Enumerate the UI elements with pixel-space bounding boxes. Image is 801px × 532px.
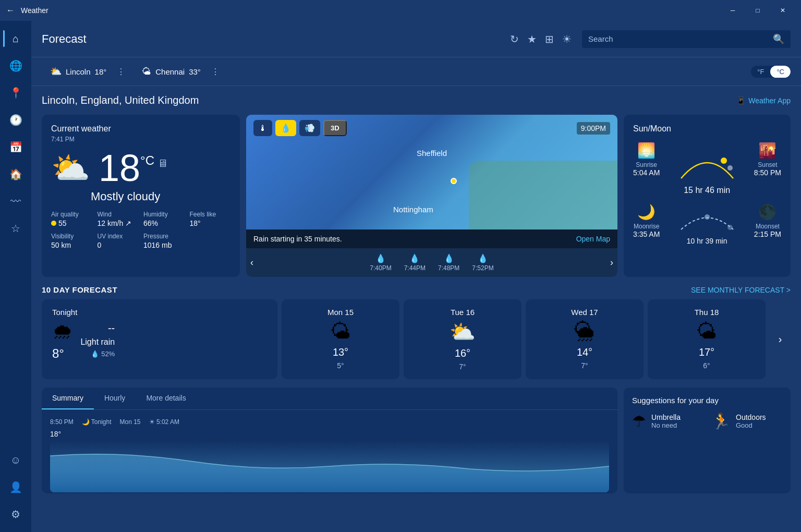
- sun-moon-card: Sun/Moon 🌅 Sunrise 5:04 AM: [624, 115, 791, 277]
- pressure-label: Pressure: [143, 233, 185, 240]
- refresh-icon[interactable]: ↻: [510, 33, 519, 45]
- close-button[interactable]: ✕: [771, 0, 795, 21]
- sunset-label: Sunset: [754, 161, 781, 168]
- chart-time-2: Mon 15: [120, 418, 141, 426]
- window-controls: ─ □ ✕: [721, 0, 795, 21]
- moon-arc-container: 10 hr 39 min: [676, 203, 738, 245]
- forecast-next-button[interactable]: ›: [770, 299, 791, 379]
- timeline-item-2: 💧 7:44PM: [404, 253, 426, 272]
- fahrenheit-button[interactable]: °F: [751, 66, 770, 78]
- weather-app-link[interactable]: 📱 Weather App: [736, 96, 791, 105]
- wind-label: Wind: [98, 211, 139, 218]
- tab-hourly[interactable]: Hourly: [94, 388, 136, 409]
- summary-card: Summary Hourly More details 8:50 PM 🌙 To…: [42, 388, 617, 493]
- bottom-grid: Summary Hourly More details 8:50 PM 🌙 To…: [42, 388, 791, 493]
- lincoln-more-button[interactable]: ⋮: [117, 67, 125, 77]
- thu18-high: 17°: [699, 346, 714, 358]
- lincoln-name: Lincoln: [66, 67, 91, 76]
- sidebar-item-calendar[interactable]: 📅: [3, 135, 28, 160]
- sidebar-item-face[interactable]: ☺: [3, 448, 28, 473]
- search-box[interactable]: 🔍: [582, 30, 791, 48]
- sun-moon-title: Sun/Moon: [633, 124, 781, 134]
- tonight-description: Light rain: [80, 337, 115, 347]
- celsius-button[interactable]: °C: [770, 66, 791, 78]
- lincoln-temp: 18°: [95, 67, 107, 76]
- moon-section: 🌙 Moonrise 3:35 AM 10 hr 39 mi: [633, 203, 781, 245]
- timeline-dot-1: 💧: [375, 253, 386, 263]
- sidebar-item-settings[interactable]: ⚙: [3, 502, 28, 527]
- svg-point-1: [727, 165, 733, 171]
- map-sheffield-label: Sheffield: [417, 149, 447, 158]
- current-weather-card: Current weather 7:41 PM ⛅ 18 °C 🖥 Mostly…: [42, 115, 240, 277]
- tab-summary[interactable]: Summary: [42, 388, 94, 409]
- sidebar-item-house[interactable]: 🏠: [3, 162, 28, 187]
- weather-description: Mostly cloudy: [91, 190, 230, 203]
- wed17-icon: 🌦: [574, 320, 595, 343]
- search-input[interactable]: [588, 34, 769, 43]
- svg-point-0: [721, 158, 727, 164]
- timeline-next-button[interactable]: ›: [610, 257, 613, 268]
- map-precip-button[interactable]: 💧: [275, 120, 296, 136]
- sidebar-item-globe[interactable]: 🌐: [3, 53, 28, 78]
- outdoors-icon: 🏃: [711, 412, 731, 430]
- visibility-label: Visibility: [51, 233, 92, 240]
- location-tab-chennai[interactable]: 🌤 Chennai 33°: [134, 62, 209, 81]
- wind-value: 12 km/h ↗: [98, 219, 139, 227]
- header-actions: ↻ ★ ⊞ ☀: [510, 33, 572, 45]
- wind-stat: Wind 12 km/h ↗: [98, 211, 139, 227]
- sidebar-item-star[interactable]: ☆: [3, 216, 28, 241]
- tab-more-details[interactable]: More details: [136, 388, 196, 409]
- chart-area: 8:50 PM 🌙 Tonight Mon 15 ☀ 5:02 AM 18°: [42, 410, 617, 493]
- chart-temp-row: 18°: [50, 430, 609, 438]
- forecast-title: 10 DAY FORECAST: [42, 285, 117, 294]
- umbrella-info: Umbrella No need: [651, 413, 681, 429]
- humidity-stat: Humidity 66%: [143, 211, 185, 227]
- timeline-time-3: 7:48PM: [438, 264, 459, 272]
- pin-icon[interactable]: ⊞: [545, 33, 554, 45]
- tue16-high: 16°: [455, 347, 470, 359]
- wed17-high: 14°: [577, 346, 592, 358]
- uv-label: UV index: [98, 233, 139, 240]
- open-map-button[interactable]: Open Map: [576, 235, 610, 243]
- minimize-button[interactable]: ─: [721, 0, 745, 21]
- moonrise-value: 3:35 AM: [633, 230, 660, 238]
- sidebar-item-waves[interactable]: 〰: [3, 189, 28, 214]
- suggestion-items: ☂ Umbrella No need 🏃 Outdoors Good: [632, 412, 782, 430]
- map-wind-button[interactable]: 💨: [299, 120, 320, 136]
- moon-info: 🌙 Moonrise 3:35 AM 10 hr 39 mi: [633, 203, 781, 245]
- umbrella-label: Umbrella: [651, 413, 681, 421]
- sunrise-icon: 🌅: [633, 142, 660, 159]
- umbrella-icon: ☂: [632, 412, 646, 430]
- tonight-precip: 💧 52%: [91, 350, 115, 358]
- map-temp-button[interactable]: 🌡: [253, 120, 272, 136]
- chennai-more-button[interactable]: ⋮: [211, 67, 220, 77]
- map-3d-button[interactable]: 3D: [323, 120, 347, 136]
- tonight-label: Tonight: [52, 308, 77, 317]
- uv-value: 0: [98, 241, 139, 249]
- maximize-button[interactable]: □: [746, 0, 770, 21]
- timeline-item-3: 💧 7:48PM: [438, 253, 459, 272]
- tonight-icon: 🌧: [52, 320, 77, 343]
- theme-icon[interactable]: ☀: [562, 33, 572, 45]
- thu18-low: 6°: [703, 361, 710, 370]
- timeline-prev-button[interactable]: ‹: [250, 257, 253, 268]
- map-controls: 🌡 💧 💨 3D: [253, 120, 347, 136]
- location-tab-lincoln[interactable]: ⛅ Lincoln 18°: [42, 62, 115, 81]
- visibility-stat: Visibility 50 km: [51, 233, 92, 249]
- moonset-icon: 🌑: [754, 203, 781, 221]
- sidebar-item-location[interactable]: 📍: [3, 80, 28, 105]
- wave-chart: [50, 440, 609, 492]
- humidity-value: 66%: [143, 219, 185, 227]
- sidebar-item-user[interactable]: 👤: [3, 475, 28, 500]
- sidebar-item-history[interactable]: 🕐: [3, 107, 28, 132]
- search-icon[interactable]: 🔍: [773, 33, 784, 45]
- favorite-icon[interactable]: ★: [527, 33, 537, 45]
- sidebar-item-home[interactable]: ⌂: [3, 26, 28, 51]
- see-monthly-button[interactable]: SEE MONTHLY FORECAST >: [691, 286, 791, 294]
- back-button[interactable]: ←: [6, 6, 15, 15]
- chennai-temp: 33°: [189, 67, 201, 76]
- weather-app-label: Weather App: [748, 96, 791, 105]
- thu18-label: Thu 18: [695, 308, 719, 317]
- header: Forecast ↻ ★ ⊞ ☀ 🔍: [31, 21, 801, 57]
- mon15-low: 5°: [337, 361, 344, 370]
